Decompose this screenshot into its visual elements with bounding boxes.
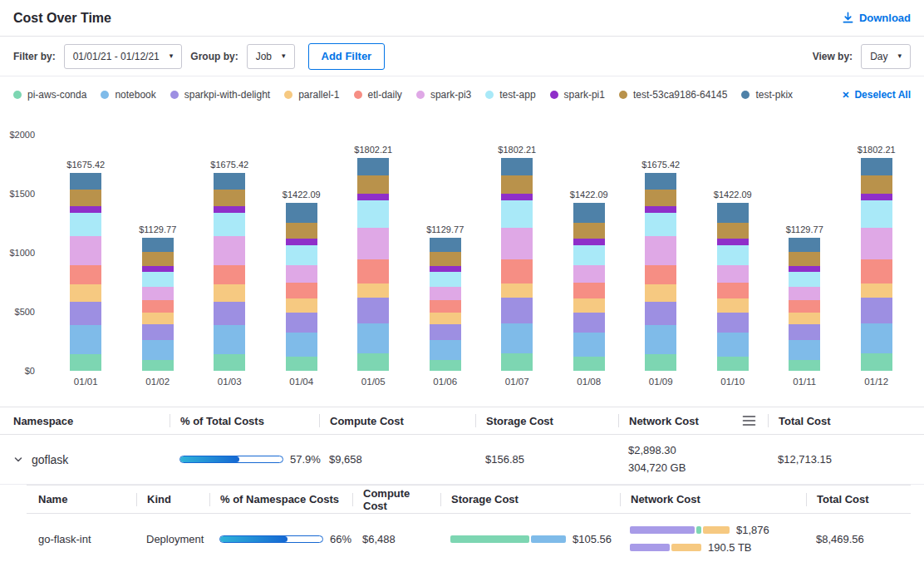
- network-cost-cell: $2,898.30 304,720 GB: [618, 444, 768, 474]
- chevron-down-icon: ▾: [282, 52, 286, 60]
- bar-segment-test-53ca9186-64145: [70, 190, 101, 206]
- workload-row[interactable]: go-flask-int Deployment 66% $6,488 $105.…: [27, 514, 911, 564]
- bar-segment-pi-aws-conda: [645, 354, 676, 371]
- namespace-name: goflask: [32, 453, 68, 466]
- page-title: Cost Over Time: [13, 11, 111, 26]
- x-tick-label: 01/04: [275, 377, 328, 387]
- bar-column-01/09: $1675.42: [634, 160, 687, 371]
- legend-item-pi-aws-conda[interactable]: pi-aws-conda: [13, 89, 86, 101]
- bar-segment-pi-aws-conda: [573, 357, 605, 371]
- bar-segment-parallel-1: [214, 284, 245, 302]
- pct-total-bar: [179, 456, 283, 463]
- stacked-bar[interactable]: [501, 158, 533, 371]
- stacked-bar[interactable]: [717, 203, 749, 371]
- stacked-bar[interactable]: [286, 203, 317, 371]
- view-by-select[interactable]: Day ▾: [861, 44, 911, 69]
- bar-segment-etl-daily: [70, 265, 101, 284]
- bar-segment-parallel-1: [573, 298, 605, 312]
- legend-item-parallel-1[interactable]: parallel-1: [284, 89, 339, 101]
- x-tick-label: 01/10: [706, 377, 759, 387]
- stacked-bar[interactable]: [142, 238, 174, 371]
- chevron-down-icon: ▾: [897, 52, 902, 60]
- bar-segment-etl-daily: [214, 265, 245, 284]
- bar-segment-test-pkix: [501, 158, 533, 175]
- legend-item-test-pkix[interactable]: test-pkix: [741, 89, 793, 101]
- bar-column-01/11: $1129.77: [778, 224, 831, 371]
- cost-table-header: Namespace % of Total Costs Compute Cost …: [0, 407, 924, 435]
- legend-item-spark-pi3[interactable]: spark-pi3: [416, 89, 471, 101]
- stacked-bar[interactable]: [573, 203, 605, 371]
- legend-item-spark-pi1[interactable]: spark-pi1: [550, 89, 605, 101]
- workload-table: Name Kind % of Namespace Costs Compute C…: [27, 485, 911, 564]
- bar-segment-etl-daily: [861, 259, 892, 283]
- bar-segment-parallel-1: [286, 298, 317, 312]
- bar-segment-spark-pi1: [573, 239, 605, 244]
- legend-item-sparkpi-with-delight[interactable]: sparkpi-with-delight: [170, 89, 270, 101]
- legend-item-notebook[interactable]: notebook: [101, 89, 155, 101]
- col-header-storage: Storage Cost: [475, 414, 618, 427]
- stacked-bar[interactable]: [430, 238, 461, 371]
- bar-segment-spark-pi1: [717, 239, 749, 244]
- namespace-row[interactable]: goflask 57.9% $9,658 $156.85 $2,898.30 3…: [0, 435, 924, 485]
- x-tick-label: 01/03: [203, 377, 256, 387]
- bar-segment-spark-pi3: [573, 265, 605, 283]
- chevron-down-icon[interactable]: [13, 455, 23, 465]
- bar-segment-sparkpi-with-delight: [214, 302, 245, 325]
- stacked-bar[interactable]: [214, 173, 245, 371]
- bar-segment-spark-pi1: [214, 206, 245, 213]
- bar-segment-sparkpi-with-delight: [789, 324, 820, 340]
- bar-segment-pi-aws-conda: [357, 353, 389, 371]
- bar-segment-sparkpi-with-delight: [573, 313, 605, 333]
- date-range-select[interactable]: 01/01/21 - 01/12/21 ▾: [64, 44, 183, 69]
- bar-segment-test-53ca9186-64145: [430, 252, 461, 265]
- storage-cost-value: $156.85: [475, 453, 618, 466]
- total-cost-value: $8,469.56: [806, 533, 899, 545]
- col-header-network: Network Cost: [618, 414, 768, 427]
- stacked-bar[interactable]: [645, 173, 676, 371]
- bar-segment-test-pkix: [430, 238, 461, 253]
- bar-segment-test-pkix: [645, 173, 676, 190]
- legend-item-test-53ca9186-64145[interactable]: test-53ca9186-64145: [619, 89, 727, 101]
- bar-segment-etl-daily: [430, 300, 461, 313]
- bar-segment-spark-pi3: [789, 287, 820, 300]
- storage-cost-value: $105.56: [573, 533, 612, 545]
- bar-column-01/12: $1802.21: [850, 145, 903, 371]
- legend-item-etl-daily[interactable]: etl-daily: [354, 89, 402, 101]
- add-filter-button[interactable]: Add Filter: [308, 43, 386, 70]
- close-icon: ✕: [842, 90, 849, 101]
- bar-total-label: $1675.42: [210, 160, 248, 170]
- stacked-bar[interactable]: [861, 158, 892, 371]
- column-settings-icon[interactable]: [742, 415, 756, 426]
- deselect-all-button[interactable]: ✕ Deselect All: [842, 89, 911, 101]
- bar-column-01/01: $1675.42: [59, 160, 112, 371]
- download-icon: [842, 12, 854, 24]
- stacked-bar[interactable]: [357, 158, 389, 371]
- download-label: Download: [859, 12, 911, 24]
- network-usage-bar: [630, 544, 701, 551]
- chevron-down-icon: ▾: [170, 52, 174, 60]
- download-button[interactable]: Download: [842, 12, 911, 24]
- bar-total-label: $1802.21: [858, 145, 896, 155]
- legend-item-test-app[interactable]: test-app: [485, 89, 535, 101]
- legend-row: pi-aws-condanotebooksparkpi-with-delight…: [0, 76, 924, 113]
- bar-segment-parallel-1: [789, 313, 820, 323]
- x-tick-label: 01/11: [778, 377, 831, 387]
- bar-segment-spark-pi3: [645, 236, 676, 265]
- bar-segment-parallel-1: [861, 284, 892, 298]
- bar-segment-spark-pi3: [142, 287, 174, 300]
- stacked-bar[interactable]: [70, 173, 101, 371]
- bar-column-01/10: $1422.09: [706, 190, 759, 371]
- bar-segment-parallel-1: [70, 284, 101, 302]
- bar-total-label: $1802.21: [498, 145, 536, 155]
- col-header-storage: Storage Cost: [440, 493, 620, 506]
- x-tick-label: 01/07: [490, 377, 543, 387]
- stacked-bar[interactable]: [789, 238, 820, 371]
- total-cost-value: $12,713.15: [768, 453, 911, 466]
- legend-dot: [485, 91, 494, 99]
- bar-segment-sparkpi-with-delight: [357, 298, 389, 323]
- bar-total-label: $1129.77: [139, 224, 176, 234]
- legend-dot: [284, 91, 292, 99]
- group-by-select[interactable]: Job ▾: [247, 44, 295, 69]
- bar-segment-spark-pi1: [501, 194, 533, 201]
- deselect-all-label: Deselect All: [854, 89, 911, 101]
